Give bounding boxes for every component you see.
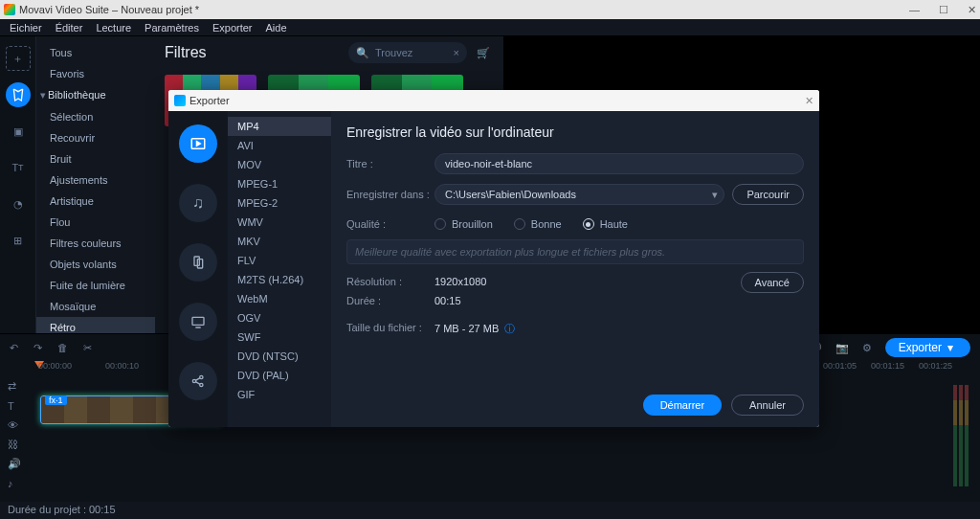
format-item[interactable]: DVD (PAL) [228, 366, 331, 385]
cat-item[interactable]: Ajustements [36, 169, 155, 191]
format-item[interactable]: SWF [228, 327, 331, 347]
export-share-icon[interactable] [179, 362, 217, 400]
cat-item[interactable]: Sélection [36, 106, 155, 127]
quality-haute[interactable]: Haute [583, 218, 628, 230]
cancel-label: Annuler [749, 399, 786, 411]
track-settings-icon[interactable]: ⇄ [8, 380, 34, 393]
clear-search-icon[interactable]: × [454, 47, 459, 58]
window-close-icon[interactable]: ✕ [968, 4, 976, 16]
menu-settings[interactable]: Paramètres [145, 22, 199, 34]
start-label: Démarrer [660, 399, 704, 411]
window-title: Movavi Video Suite – Nouveau projet * [19, 4, 199, 15]
menu-edit[interactable]: Éditer [56, 22, 83, 34]
format-item[interactable]: MOV [228, 155, 331, 174]
format-item[interactable]: MPEG-2 [228, 193, 331, 213]
dialog-close-icon[interactable]: ✕ [805, 95, 813, 107]
cat-item[interactable]: Artistique [36, 191, 155, 212]
menu-help[interactable]: Aide [266, 22, 287, 34]
quality-brouillon[interactable]: Brouillon [434, 218, 493, 230]
cancel-button[interactable]: Annuler [731, 395, 804, 416]
stickers-tab-icon[interactable]: ◔ [6, 192, 31, 216]
quality-bonne[interactable]: Bonne [514, 218, 562, 230]
format-item[interactable]: DVD (NTSC) [228, 347, 331, 366]
search-input[interactable]: 🔍 Trouvez × [348, 42, 467, 63]
titre-value: video-noir-et-blanc [445, 158, 532, 169]
format-item[interactable]: MPEG-1 [228, 174, 331, 193]
export-device-icon[interactable] [179, 243, 217, 282]
cat-item[interactable]: Filtres couleurs [36, 233, 155, 254]
duration-value: 00:15 [434, 295, 461, 306]
add-media-icon[interactable]: ＋ [6, 46, 31, 71]
video-track-icon[interactable]: 👁 [8, 419, 34, 431]
cat-item-selected[interactable]: Rétro [36, 317, 155, 333]
audio-track-icon[interactable]: 🔊 [8, 458, 34, 470]
more-tab-icon[interactable]: ⊞ [6, 228, 31, 253]
format-item[interactable]: FLV [228, 251, 331, 270]
cart-icon[interactable]: 🛒 [477, 47, 490, 59]
settings-icon[interactable]: ⚙ [862, 342, 872, 354]
path-input[interactable]: C:\Users\Fabien\Downloads ▾ [434, 184, 724, 205]
resolution-label: Résolution : [346, 276, 434, 287]
link-track-icon[interactable]: ⛓ [8, 439, 34, 450]
chevron-down-icon: ▾ [40, 89, 48, 102]
snapshot-icon[interactable]: 📷 [835, 342, 849, 354]
ruler-tick: 00:01:15 [871, 361, 904, 371]
format-item[interactable]: MKV [228, 232, 331, 251]
format-item[interactable]: WebM [228, 289, 331, 308]
info-icon[interactable]: ⓘ [504, 323, 515, 334]
window-maximize-icon[interactable]: ☐ [939, 4, 948, 16]
delete-icon[interactable]: 🗑 [57, 342, 68, 353]
export-tv-icon[interactable] [179, 303, 217, 341]
filesize-value: 7 MB - 27 MBⓘ [434, 322, 515, 336]
cat-item[interactable]: Objets volants [36, 254, 155, 275]
ruler-tick: 00:00:00 [38, 361, 72, 371]
export-label: Exporter [899, 341, 942, 354]
advanced-button[interactable]: Avancé [741, 272, 805, 293]
cat-item[interactable]: Bruit [36, 148, 155, 169]
format-item[interactable]: MP4 [228, 117, 331, 136]
titre-input[interactable]: video-noir-et-blanc [434, 153, 804, 174]
app-logo-icon [4, 4, 15, 15]
text-track-icon[interactable]: T [8, 400, 34, 412]
export-audio-icon[interactable]: ♫ [179, 184, 217, 222]
export-button[interactable]: Exporter ▾ [885, 338, 970, 357]
cat-item[interactable]: Mosaïque [36, 296, 155, 317]
chevron-down-icon: ▾ [947, 341, 953, 354]
cat-item[interactable]: Recouvrir [36, 127, 155, 148]
format-item[interactable]: GIF [228, 385, 331, 404]
cat-item[interactable]: Fuite de lumière [36, 275, 155, 296]
music-track-icon[interactable]: ♪ [8, 478, 34, 489]
export-type-rail: ♫ [168, 111, 228, 427]
cat-item-library[interactable]: ▾Bibliothèque [36, 84, 155, 106]
radio-label: Bonne [531, 218, 562, 230]
transitions-tab-icon[interactable]: ▣ [6, 119, 31, 144]
filesize-label: Taille du fichier : [346, 322, 434, 336]
export-dialog: Exporter ✕ ♫ MP4 AVI MOV MPEG-1 MPEG-2 W… [168, 90, 819, 427]
browse-button[interactable]: Parcourir [732, 184, 804, 205]
start-button[interactable]: Démarrer [643, 395, 722, 416]
redo-icon[interactable]: ↷ [33, 342, 42, 354]
path-label: Enregistrer dans : [346, 189, 434, 200]
undo-icon[interactable]: ↶ [10, 342, 18, 354]
export-video-icon[interactable] [179, 124, 217, 163]
titles-tab-icon[interactable]: TT [6, 155, 31, 180]
export-form: Enregistrer la vidéo sur l'ordinateur Ti… [331, 111, 819, 427]
cut-icon[interactable]: ✂ [83, 342, 92, 354]
filters-tab-icon[interactable] [6, 82, 31, 107]
format-item[interactable]: AVI [228, 136, 331, 155]
cat-item[interactable]: Favoris [36, 63, 155, 84]
format-item[interactable]: OGV [228, 308, 331, 327]
menu-file[interactable]: Eichier [10, 22, 42, 34]
path-value: C:\Users\Fabien\Downloads [445, 189, 576, 200]
menu-playback[interactable]: Lecture [96, 22, 131, 34]
radio-icon [514, 218, 525, 230]
format-item[interactable]: M2TS (H.264) [228, 270, 331, 289]
cat-item[interactable]: Tous [36, 42, 155, 63]
window-minimize-icon[interactable]: — [909, 4, 920, 16]
search-placeholder: Trouvez [375, 47, 448, 58]
format-item[interactable]: WMV [228, 213, 331, 232]
menu-export[interactable]: Exporter [212, 22, 253, 34]
chevron-down-icon[interactable]: ▾ [712, 189, 718, 201]
dialog-titlebar: Exporter ✕ [168, 90, 819, 111]
cat-item[interactable]: Flou [36, 212, 155, 233]
